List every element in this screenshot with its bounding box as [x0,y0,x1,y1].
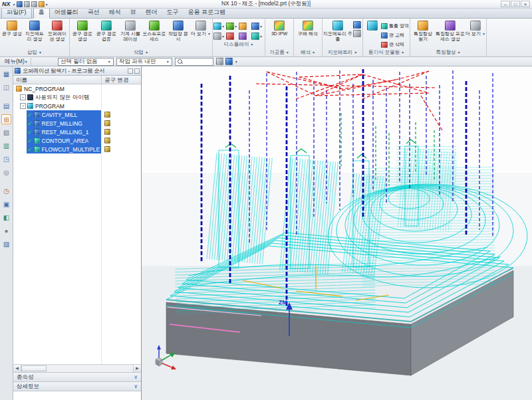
display-option-icon[interactable] [226,23,234,30]
operation-navigator-icon[interactable]: ⊞ [1,114,11,124]
dropdown-icon[interactable]: ▾ [235,59,237,64]
delete-face-button[interactable]: 면 삭제 [381,40,409,49]
display-option-icon[interactable] [251,33,259,40]
constraint-navigator-icon[interactable]: ◫ [1,82,11,92]
scroll-left-icon[interactable]: ◀ [13,365,21,372]
ribbon-group-label-workpiece[interactable]: 가공품 ▾ [266,49,293,56]
logo-dropdown-icon[interactable]: ▾ [13,2,15,7]
web-browser-icon[interactable]: ◎ [1,167,11,177]
dropdown-icon[interactable]: ▾ [260,24,262,29]
process-studio-icon[interactable]: ▣ [1,199,11,209]
create-operation-button[interactable]: 오퍼레이션 생성 [46,19,68,43]
panel-pin-button[interactable] [128,68,133,74]
close-button[interactable]: × [521,1,530,7]
dropdown-icon[interactable]: ▾ [222,24,224,29]
generate-toolpath-button[interactable]: 공구 경로 생성 [70,19,94,43]
snap-point-icon[interactable] [216,58,223,65]
create-tool-button[interactable]: 공구 생성 [1,19,23,43]
dropdown-icon[interactable]: ▾ [235,24,237,29]
tab-analysis[interactable]: 해석 [104,7,126,18]
tab-tools[interactable]: 도구 [162,7,184,18]
history-icon[interactable]: ◷ [1,186,11,196]
details-section-header[interactable]: 상세정보 ∨ [13,381,141,391]
selection-scope-dropdown[interactable]: 작업 파트 내만▾ [116,58,172,66]
display-option-icon[interactable] [239,23,247,30]
display-option-icon[interactable] [226,33,234,40]
synchronous-modeling-button[interactable] [364,19,381,31]
tree-row-nc-program[interactable]: NC_PROGRAM [13,84,141,93]
ribbon-group-label-feature[interactable]: 특징형상 ▾ [411,49,485,56]
tab-render[interactable]: 렌더 [141,7,162,18]
find-in-navigator-field[interactable] [175,58,213,66]
save-icon[interactable] [17,1,23,7]
customize-quick-access-icon[interactable] [39,1,45,7]
expander-icon[interactable]: − [20,103,26,109]
selection-option-icon[interactable] [225,58,233,65]
offset-region-button[interactable]: 돌출 영역 [381,21,409,31]
tab-curve[interactable]: 곡선 [83,7,104,18]
machine-tool-navigator-icon[interactable]: ▧ [1,128,11,138]
simulate-machine-button[interactable]: 기계 시뮬레이션 [118,19,142,43]
dropdown-icon[interactable]: ▾ [260,34,262,39]
tree-row-rest-milling-1[interactable]: ✓ REST_MILLING_1 [13,128,141,136]
postprocess-button[interactable]: 포스트프로세스 [142,19,166,43]
column-header-tool-change[interactable]: 공구 변경 [102,76,141,84]
find-features-button[interactable]: 특징형상 찾기 [411,19,435,43]
column-header-name[interactable]: 이름 [13,76,102,84]
geometry-option-icon[interactable] [353,30,361,37]
ribbon-group-label-geometry[interactable]: 지오메트리 ▾ [323,49,362,56]
expander-icon[interactable]: − [20,94,26,100]
scroll-right-icon[interactable]: ▶ [133,365,141,372]
tree-row-rest-milling[interactable]: ✓ REST_MILLING [13,119,141,128]
selection-filter-dropdown[interactable]: 선택 필터 없음▾ [58,58,114,66]
replace-face-button[interactable]: 면 교체 [381,31,409,40]
ribbon-group-label-analysis[interactable]: 해석 ▾ [295,49,321,56]
part-navigator-icon[interactable]: ▤ [1,101,11,111]
operations-more-button[interactable]: 더 보기 ▾ [190,19,211,43]
tree-row-unused-items[interactable]: − 사용되지 않은 아이템 [13,93,141,102]
ribbon-group-label-insert[interactable]: 삽입 ▾ [1,49,68,56]
redo-icon[interactable] [31,1,37,7]
tab-view[interactable]: 뷰 [126,7,141,18]
tree-row-contour-area[interactable]: ✓ CONTOUR_AREA [13,136,141,145]
create-feature-process-button[interactable]: 특징형상 프로세스 생성 [435,19,466,43]
panel-close-button[interactable] [134,68,140,74]
tree-row-flowcut-multiple[interactable]: ✓ FLOWCUT_MULTIPLE [13,145,141,153]
geometry-option-icon[interactable] [353,21,361,29]
quick-access-dropdown-icon[interactable]: ▾ [46,2,48,7]
manufacturing-wizards-icon[interactable]: ◧ [1,213,11,223]
extract-geometry-button[interactable]: 지오메트리 추출 [323,19,352,43]
system-visualization-icon[interactable]: ▨ [1,239,11,249]
tab-application[interactable]: 응용 프로그램 [184,7,231,18]
dropdown-icon[interactable]: ▾ [222,34,224,39]
display-option-icon[interactable] [251,23,259,30]
display-option-icon[interactable] [213,33,221,40]
display-option-icon[interactable] [213,23,221,30]
minimize-button[interactable]: – [501,1,510,7]
graphics-viewport[interactable]: ZM [142,66,532,400]
scrollbar-track[interactable] [47,365,133,372]
ipw-3d-button[interactable]: 3D IPW [266,19,293,43]
reuse-library-icon[interactable]: ▥ [1,141,11,151]
tree-row-program[interactable]: − PROGRAM [13,102,141,110]
feature-more-button[interactable]: 더 보기 ▾ [466,19,485,43]
scrollbar-thumb[interactable] [21,365,47,371]
tab-assemblies[interactable]: 어셈블리 [50,7,83,18]
ribbon-group-label-synchronous-modeling[interactable]: 동기식 모델링 ▾ [364,49,409,56]
ribbon-group-label-display[interactable]: 디스플레이 ▾ [213,41,264,49]
dependencies-section-header[interactable]: 종속성 ∨ [13,372,141,381]
ribbon-group-label-operations[interactable]: 작업 ▾ [70,49,211,56]
horizontal-scrollbar[interactable]: ◀ ▶ [13,364,141,372]
shop-documentation-button[interactable]: 작업장 문서 [166,19,190,43]
maximize-button[interactable]: □ [511,1,520,7]
create-geometry-button[interactable]: 지오메트리 생성 [23,19,46,43]
draft-analysis-button[interactable]: 구배 해석 [295,19,321,43]
menu-button[interactable]: 메뉴(M)▾ [2,58,31,66]
verify-toolpath-button[interactable]: 공구 경로 검증 [94,19,118,43]
roles-icon[interactable]: ● [1,226,11,236]
undo-icon[interactable] [24,1,30,7]
assembly-navigator-icon[interactable]: ▦ [1,69,11,79]
hd3d-tools-icon[interactable]: ◳ [1,154,11,164]
tree-row-cavity-mill[interactable]: ✓ CAVITY_MILL [13,110,141,119]
display-option-icon[interactable] [239,33,247,40]
